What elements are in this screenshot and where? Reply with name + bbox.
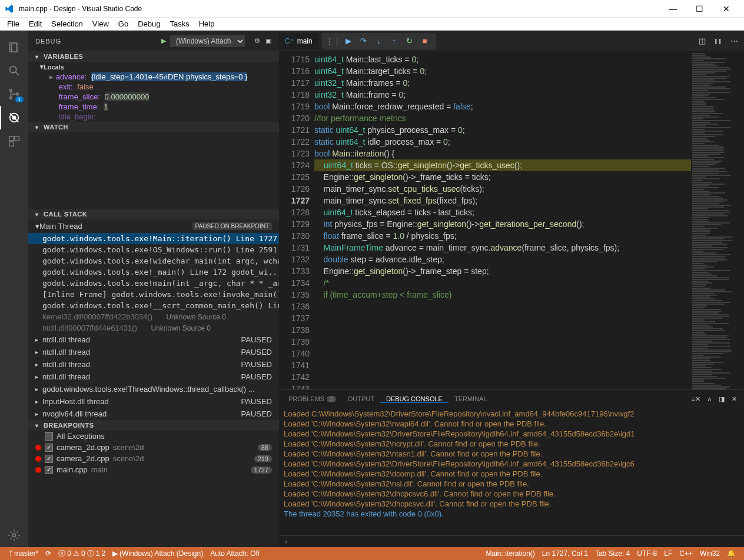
split-editor-icon[interactable]: ◫ [699, 36, 706, 45]
menu-edit[interactable]: Edit [24, 19, 46, 28]
watch-body [28, 132, 279, 209]
panel-close-icon[interactable]: ✕ [732, 395, 737, 403]
status-platform[interactable]: Win32 [696, 549, 723, 558]
close-button[interactable]: ✕ [713, 4, 739, 14]
thread-row[interactable]: ▸ntdll.dll threadPAUSED [28, 371, 279, 383]
thread-row[interactable]: ▸nvoglv64.dll threadPAUSED [28, 408, 279, 420]
continue-icon[interactable]: ▶ [341, 36, 356, 45]
panel-collapse-icon[interactable]: ʌ [708, 395, 712, 403]
stack-frame[interactable]: [Inline Frame] godot.windows.tools.exe!i… [28, 289, 279, 300]
var-advance[interactable]: ▸ advance: {idle_step=1.401e-45#DEN phys… [28, 72, 279, 82]
watch-section[interactable]: ▾WATCH [28, 122, 279, 132]
menu-tasks[interactable]: Tasks [165, 19, 194, 28]
editor-body[interactable]: 1715171617171718171917201721172217231724… [279, 51, 744, 389]
diff-icon[interactable]: ⫿⫿ [714, 36, 722, 45]
start-debug-icon[interactable]: ▶ [161, 37, 167, 45]
menu-help[interactable]: Help [194, 19, 220, 28]
menu-go[interactable]: Go [114, 19, 133, 28]
minimize-button[interactable]: — [660, 4, 686, 14]
status-autoattach[interactable]: Auto Attach: Off [207, 549, 263, 558]
status-bell-icon[interactable]: 🔔 [723, 549, 739, 558]
debug-console-output[interactable]: Loaded C:\Windows\System32\DriverStore\F… [279, 408, 744, 535]
step-out-icon[interactable]: ↑ [387, 36, 402, 45]
callstack-section[interactable]: ▾CALL STACK [28, 209, 279, 219]
checkbox-icon[interactable]: ✓ [45, 455, 53, 463]
stop-icon[interactable]: ■ [417, 36, 433, 45]
stack-frame-dim[interactable]: kernel32.dll!00007ffd422b3034() Unknown … [28, 311, 279, 322]
thread-row[interactable]: ▸ntdll.dll threadPAUSED [28, 334, 279, 346]
breakpoint-row[interactable]: ✓camera_2d.cppscene\2d88 [28, 442, 279, 453]
explorer-icon[interactable] [0, 35, 28, 59]
settings-gear-icon[interactable] [0, 524, 28, 547]
checkbox-icon[interactable]: ✓ [45, 466, 53, 474]
menu-selection[interactable]: Selection [46, 19, 87, 28]
status-language[interactable]: C++ [676, 549, 696, 558]
checkbox-icon[interactable]: ✓ [45, 444, 53, 452]
checkbox-icon[interactable] [45, 432, 53, 441]
tab-problems[interactable]: PROBLEMS2 [283, 395, 342, 402]
locals-scope[interactable]: ▾Locals [28, 62, 279, 72]
status-tabsize[interactable]: Tab Size: 4 [592, 549, 633, 558]
main-thread[interactable]: ▾ Main ThreadPAUSED ON BREAKPOINT [28, 219, 279, 233]
thread-row[interactable]: ▸InputHost.dll threadPAUSED [28, 395, 279, 408]
svg-point-9 [12, 116, 16, 119]
drag-handle-icon[interactable]: ⋮⋮ [326, 36, 341, 45]
menu-file[interactable]: File [2, 19, 24, 28]
tab-debug-console[interactable]: DEBUG CONSOLE [380, 395, 449, 403]
stack-frame[interactable]: godot.windows.tools.exe!main(int _argc, … [28, 278, 279, 289]
search-icon[interactable] [0, 59, 28, 82]
tab-output[interactable]: OUTPUT [342, 395, 380, 402]
menu-debug[interactable]: Debug [133, 19, 165, 28]
stack-frame[interactable]: godot.windows.tools.exe!__scrt_common_ma… [28, 300, 279, 311]
debug-console-toggle-icon[interactable]: ▣ [265, 37, 272, 45]
debug-console-input[interactable]: › [279, 535, 744, 547]
debug-settings-gear-icon[interactable]: ⚙ [254, 37, 261, 45]
thread-row[interactable]: ▸ntdll.dll threadPAUSED [28, 358, 279, 371]
status-position[interactable]: Ln 1727, Col 1 [539, 549, 592, 558]
stack-frame[interactable]: godot.windows.tools.exe!widechar_main(in… [28, 255, 279, 266]
editor-tab-main[interactable]: C⁺main [279, 34, 318, 49]
var-frame-time[interactable]: frame_time: 1 [28, 102, 279, 112]
var-idle-begin[interactable]: idle_begin: [28, 112, 279, 122]
stack-frame-dim[interactable]: ntdll.dll!00007ffd44e61431() Unknown Sou… [28, 322, 279, 334]
stack-frame[interactable]: godot.windows.tools.exe!OS_Windows::run(… [28, 244, 279, 255]
vscode-logo-icon [5, 4, 14, 14]
more-actions-icon[interactable]: ⋯ [730, 36, 738, 45]
var-frame-slice[interactable]: frame_slice: 0.000000000 [28, 92, 279, 102]
breakpoints-section[interactable]: ▾BREAKPOINTS [28, 420, 279, 431]
svg-point-5 [10, 97, 12, 99]
maximize-button[interactable]: ☐ [686, 4, 713, 14]
window-title: main.cpp - Design - Visual Studio Code [19, 5, 660, 13]
status-function[interactable]: Main::iteration() [482, 549, 538, 558]
bp-all-exceptions[interactable]: All Exceptions [28, 431, 279, 442]
debug-icon[interactable] [0, 106, 28, 129]
panel-maximize-icon[interactable]: ◨ [719, 395, 725, 403]
breakpoint-row[interactable]: ✓main.cppmain1727 [28, 464, 279, 475]
status-debug-target[interactable]: ▶ (Windows) Attach (Design) [109, 549, 207, 558]
minimap[interactable] [691, 51, 744, 389]
scm-badge: 1 [15, 96, 24, 102]
breakpoint-row[interactable]: ✓camera_2d.cppscene\2d219 [28, 453, 279, 464]
step-over-icon[interactable]: ↷ [356, 36, 371, 45]
source-control-icon[interactable]: 1 [0, 82, 28, 106]
sync-icon[interactable]: ⟳ [42, 549, 55, 558]
code-content[interactable]: uint64_t Main::last_ticks = 0;uint64_t M… [314, 51, 691, 389]
tab-terminal[interactable]: TERMINAL [449, 395, 493, 402]
menu-view[interactable]: View [88, 19, 114, 28]
extensions-icon[interactable] [0, 129, 28, 153]
clear-console-icon[interactable]: ≡✕ [692, 395, 700, 403]
var-exit[interactable]: exit: false [28, 82, 279, 92]
status-errors[interactable]: ⓧ0 ⚠0 ⓘ1 2 [55, 549, 109, 559]
git-branch[interactable]: ᛘ master* [5, 549, 42, 558]
restart-icon[interactable]: ↻ [402, 36, 417, 45]
status-encoding[interactable]: UTF-8 [633, 549, 660, 558]
breakpoint-dot-icon [35, 445, 41, 451]
debug-config-select[interactable]: (Windows) Attach [170, 35, 245, 47]
stack-frame[interactable]: godot.windows.tools.exe!_main() Line 172… [28, 266, 279, 278]
thread-row[interactable]: ▸ntdll.dll threadPAUSED [28, 346, 279, 358]
step-into-icon[interactable]: ↓ [371, 36, 387, 45]
status-eol[interactable]: LF [660, 549, 676, 558]
stack-frame[interactable]: godot.windows.tools.exe!Main::iteration(… [28, 233, 279, 244]
thread-row[interactable]: ▸godot.windows.tools.exe!ThreadWindows::… [28, 383, 279, 395]
variables-section[interactable]: ▾VARIABLES [28, 51, 279, 62]
